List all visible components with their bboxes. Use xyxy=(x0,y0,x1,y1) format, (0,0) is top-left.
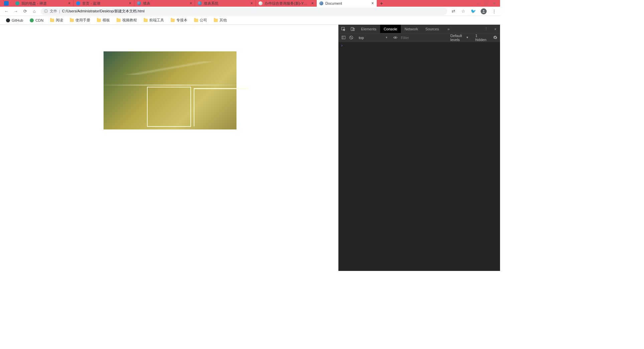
svg-rect-4 xyxy=(342,36,345,39)
folder-icon xyxy=(97,19,101,22)
bookmark-folder[interactable]: 使用手册 xyxy=(68,17,92,23)
console-filter-input[interactable] xyxy=(401,36,447,40)
devtools-tab-elements[interactable]: Elements xyxy=(357,25,380,33)
hidden-count[interactable]: 1 hidden xyxy=(475,34,486,42)
console-output[interactable]: › xyxy=(339,42,500,271)
tab-0[interactable]: 我的地盘 - 禅道 × xyxy=(13,0,73,7)
url-text: C:/Users/Administrator/Desktop/新建文本文档.ht… xyxy=(62,9,145,14)
folder-icon xyxy=(171,19,175,22)
bookmarks-bar: GitHub CDN 阅读 使用手册 模板 视频教程 前端工具 专接本 公司 其… xyxy=(0,16,500,25)
page-viewport xyxy=(0,25,338,271)
kebab-menu-icon[interactable]: ⋮ xyxy=(491,9,497,14)
profile-avatar[interactable] xyxy=(481,8,487,14)
page-image xyxy=(104,51,236,129)
devtools-menu-icon[interactable]: ⋮ xyxy=(481,27,491,31)
tab-title: Document xyxy=(325,1,342,5)
window-close-button[interactable]: × xyxy=(493,1,495,5)
scheme-label: 文件 xyxy=(50,9,57,14)
close-icon[interactable]: × xyxy=(66,1,70,6)
device-toggle-icon[interactable] xyxy=(348,25,357,33)
folder-icon xyxy=(214,19,218,22)
favicon-icon xyxy=(76,1,80,5)
clear-console-icon[interactable] xyxy=(349,35,353,40)
extension-icon[interactable]: 🐦 xyxy=(471,9,476,14)
tab-title: 填表系统 xyxy=(204,1,218,6)
tab-title: 办件综合查询服务(新)-YApi-高… xyxy=(265,1,307,6)
browser-tab-strip: 我的地盘 - 禅道 × 首页 - 蓝湖 × 填表 × 填表系统 × 办件综合查询… xyxy=(0,0,500,7)
svg-line-7 xyxy=(350,36,352,39)
live-expression-icon[interactable] xyxy=(393,35,397,40)
info-icon: ⓘ xyxy=(44,9,48,14)
toggle-sidebar-icon[interactable] xyxy=(341,35,346,40)
close-icon[interactable]: × xyxy=(369,1,374,6)
svg-point-8 xyxy=(395,37,396,38)
bookmark-github[interactable]: GitHub xyxy=(5,18,24,23)
devtools-tab-console[interactable]: Console xyxy=(380,25,401,33)
minimize-button[interactable]: – xyxy=(477,1,479,5)
globe-icon xyxy=(319,1,323,5)
chevron-down-icon: ▼ xyxy=(466,36,469,39)
close-icon[interactable]: × xyxy=(309,1,314,6)
devtools-tabs: Elements Console Network Sources » ⋮ × xyxy=(339,25,500,33)
bookmark-folder[interactable]: 公司 xyxy=(193,17,208,23)
address-bar-actions: ⇄ ☆ 🐦 ⋮ xyxy=(451,8,497,14)
bookmark-cdn[interactable]: CDN xyxy=(28,18,45,23)
bookmark-folder[interactable]: 专接本 xyxy=(169,17,189,23)
folder-icon xyxy=(194,19,198,22)
favicon-icon xyxy=(15,1,19,5)
log-levels-dropdown[interactable]: Default levels ▼ xyxy=(450,34,469,42)
decorative-streak xyxy=(104,85,236,85)
home-button[interactable]: ⌂ xyxy=(31,8,37,14)
bookmark-folder[interactable]: 模板 xyxy=(96,17,111,23)
decorative-streak xyxy=(104,61,236,75)
back-button[interactable]: ← xyxy=(3,8,9,14)
translate-icon[interactable]: ⇄ xyxy=(451,9,456,14)
bookmark-star-icon[interactable]: ☆ xyxy=(461,9,466,14)
bookmark-folder[interactable]: 其他 xyxy=(212,17,228,23)
folder-icon xyxy=(144,19,148,22)
devtools-panel: Elements Console Network Sources » ⋮ × t… xyxy=(338,25,500,271)
cdn-icon xyxy=(30,18,34,22)
folder-icon xyxy=(50,19,54,22)
bookmark-folder[interactable]: 阅读 xyxy=(49,17,64,23)
bookmark-folder[interactable]: 视频教程 xyxy=(115,17,138,23)
tab-title: 首页 - 蓝湖 xyxy=(82,1,100,6)
folder-icon xyxy=(117,19,121,22)
globe-icon xyxy=(198,1,202,5)
tab-2[interactable]: 填表 × xyxy=(134,0,195,7)
devtools-close-icon[interactable]: × xyxy=(491,27,500,31)
tab-5-active[interactable]: Document × xyxy=(317,0,377,7)
svg-point-0 xyxy=(483,10,484,11)
devtools-tab-network[interactable]: Network xyxy=(401,25,422,33)
context-selector[interactable]: top ▼ xyxy=(357,36,390,40)
tab-4[interactable]: 办件综合查询服务(新)-YApi-高… × xyxy=(256,0,317,7)
bookmark-folder[interactable]: 前端工具 xyxy=(142,17,165,23)
window-controls: – □ × xyxy=(472,0,500,7)
tab-1[interactable]: 首页 - 蓝湖 × xyxy=(73,0,134,7)
close-icon[interactable]: × xyxy=(188,1,192,6)
tab-title: 填表 xyxy=(143,1,150,6)
tab-3[interactable]: 填表系统 × xyxy=(195,0,256,7)
tab-title: 我的地盘 - 禅道 xyxy=(21,1,47,6)
forward-button[interactable]: → xyxy=(13,8,19,14)
github-icon xyxy=(6,18,10,22)
console-toolbar: top ▼ Default levels ▼ 1 hidden xyxy=(339,33,500,42)
tab-strip-spacer xyxy=(386,0,472,7)
inspect-element-icon[interactable] xyxy=(339,25,348,33)
main-area: Elements Console Network Sources » ⋮ × t… xyxy=(0,25,500,271)
url-input[interactable]: ⓘ 文件 | C:/Users/Administrator/Desktop/新建… xyxy=(41,8,447,15)
maximize-button[interactable]: □ xyxy=(485,1,487,5)
favicon-icon xyxy=(259,1,263,5)
console-prompt-icon: › xyxy=(341,43,343,47)
globe-icon xyxy=(137,1,141,5)
close-icon[interactable]: × xyxy=(249,1,253,6)
app-icon xyxy=(0,0,13,7)
gear-icon[interactable] xyxy=(493,35,497,40)
close-icon[interactable]: × xyxy=(127,1,131,6)
chevron-down-icon: ▼ xyxy=(385,36,388,39)
reload-button[interactable]: ⟳ xyxy=(22,8,28,14)
address-bar: ← → ⟳ ⌂ ⓘ 文件 | C:/Users/Administrator/De… xyxy=(0,7,500,16)
new-tab-button[interactable]: + xyxy=(377,0,386,7)
devtools-tab-sources[interactable]: Sources xyxy=(422,25,443,33)
more-tabs-icon[interactable]: » xyxy=(444,25,453,33)
